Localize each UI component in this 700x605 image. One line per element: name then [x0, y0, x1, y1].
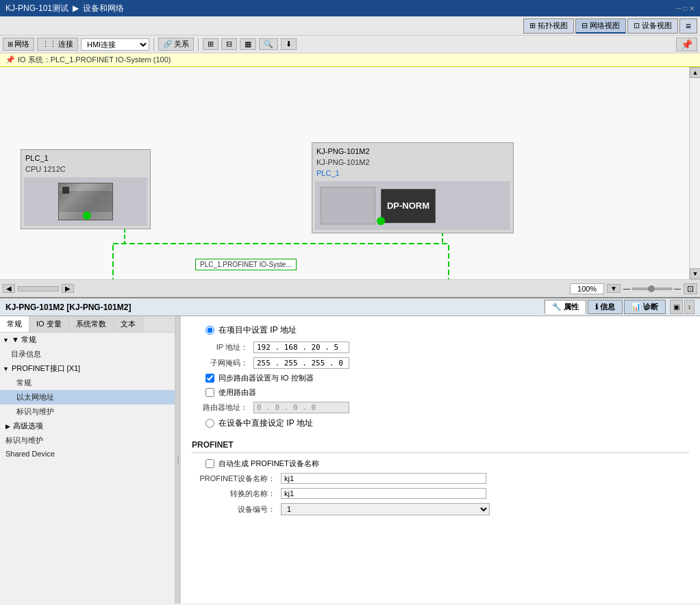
tab-io[interactable]: IO 变量: [29, 316, 69, 332]
remote-link[interactable]: PLC_1: [315, 168, 510, 179]
topology-view-btn[interactable]: ⊞ 拓扑视图: [523, 18, 574, 34]
fit-btn[interactable]: ⊡: [684, 283, 697, 294]
ip-input[interactable]: [253, 342, 349, 353]
router-label: 路由器地址：: [192, 402, 253, 413]
title-separator: ▶: [73, 3, 79, 13]
ip-label: IP 地址：: [192, 342, 253, 352]
tab-info[interactable]: ℹ 信息: [588, 300, 623, 314]
props-tabs: 🔧 属性 ℹ 信息 📊 诊断 ▣ ↕: [545, 300, 695, 314]
router-row: 路由器地址：: [192, 402, 689, 413]
hmi-select[interactable]: HMI连接: [81, 38, 149, 51]
device-view-btn[interactable]: ⊡ 设备视图: [627, 18, 678, 34]
sync-router-row: 同步路由器设置与 IO 控制器: [192, 373, 689, 383]
network-view-btn[interactable]: ⊟ 网络视图: [575, 18, 626, 34]
ip-row: IP 地址：: [192, 342, 689, 353]
zoom-input[interactable]: 100%: [570, 283, 604, 294]
tool3-btn[interactable]: ▦: [240, 38, 256, 50]
h-scrollbar[interactable]: [18, 286, 59, 292]
view-buttons: ⊞ 拓扑视图 ⊟ 网络视图 ⊡ 设备视图 ≡: [523, 18, 697, 34]
device-name-input[interactable]: [281, 473, 486, 484]
tab-diagnostics[interactable]: 📊 诊断: [624, 300, 666, 314]
remote-green-dot: [377, 217, 385, 225]
scroll-left-btn[interactable]: ◀: [3, 284, 15, 293]
scroll-down-btn[interactable]: ▼: [690, 268, 700, 279]
radio-project[interactable]: [205, 326, 214, 335]
pin-icon: 📌: [5, 55, 15, 64]
tab-normal[interactable]: 常规: [0, 316, 29, 332]
subnet-label: 子网掩码：: [192, 358, 253, 368]
left-nav: 常规 IO 变量 系统常数 文本 ▼ ▼ 常规 目录信息 ▼ PROFINET接…: [0, 316, 175, 604]
router-input[interactable]: [253, 402, 349, 413]
zoom-dropdown-btn[interactable]: ▼: [607, 284, 621, 293]
radio-project-label: 在项目中设置 IP 地址: [218, 324, 297, 336]
props-content: 常规 IO 变量 系统常数 文本 ▼ ▼ 常规 目录信息 ▼ PROFINET接…: [0, 316, 700, 604]
project-name: KJ-PNG-101测试: [5, 3, 68, 14]
props-panel-btn2[interactable]: ↕: [684, 300, 695, 314]
radio-device-row: 在设备中直接设定 IP 地址: [192, 417, 689, 429]
arrow-down-icon2: ▼: [3, 365, 9, 372]
radio-device[interactable]: [205, 419, 214, 428]
device-icon: ⊡: [634, 21, 640, 30]
remote-device[interactable]: KJ-PNG-101M2 KJ-PNG-101M2 PLC_1 DP-NORM: [312, 142, 514, 233]
tab-properties[interactable]: 🔧 属性: [545, 300, 586, 314]
info-label: 信息: [600, 302, 615, 312]
pin-btn[interactable]: 📌: [676, 38, 697, 51]
tool2-btn[interactable]: ⊟: [221, 38, 237, 50]
remote-name: KJ-PNG-101M2: [315, 146, 510, 157]
nav-profinet-normal[interactable]: 常规: [0, 376, 175, 390]
nav-id-maintain[interactable]: 标识与维护: [0, 404, 175, 419]
nav-dir-info[interactable]: 目录信息: [0, 347, 175, 361]
link-icon: 🔗: [163, 40, 173, 49]
second-toolbar: ⊞ 网络 ⋮⋮ 连接 HMI连接 🔗 关系 ⊞ ⊟ ▦ 🔍 ⬇ 📌: [0, 36, 700, 53]
nav-shared-device[interactable]: Shared Device: [0, 448, 175, 460]
auto-name-row: 自动生成 PROFINET设备名称: [192, 459, 689, 469]
nav-advanced-group[interactable]: ▶ 高级选项: [0, 419, 175, 433]
profinet-label-box: PLC_1.PROFINET IO-Syste...: [195, 259, 297, 270]
relation-label: 关系: [174, 39, 189, 49]
zoom-slider[interactable]: — —: [623, 285, 681, 292]
zoom-btn[interactable]: 🔍: [259, 38, 278, 50]
resize-handle[interactable]: [175, 316, 181, 604]
tab-text[interactable]: 文本: [114, 316, 143, 332]
network-btn[interactable]: ⊞ 网络: [3, 38, 34, 51]
nav-tabs: 常规 IO 变量 系统常数 文本: [0, 316, 175, 333]
nav-ethernet-addr[interactable]: 以太网地址: [0, 390, 175, 404]
device-label: 设备视图: [642, 21, 672, 31]
network-btn-label: 网络: [14, 39, 29, 49]
plc-model: CPU 1212C: [24, 164, 147, 175]
device-number-select[interactable]: 1: [281, 503, 490, 515]
props-panel-btn1[interactable]: ▣: [670, 300, 683, 314]
network-canvas: PLC_1 CPU 1212C KJ-PNG-101M2 KJ-PNG-101M…: [0, 67, 700, 279]
converted-name-input[interactable]: [281, 488, 486, 499]
nav-normal-group[interactable]: ▼ ▼ 常规: [0, 333, 175, 347]
tab-system[interactable]: 系统常数: [69, 316, 114, 332]
io-system-bar: 📌 IO 系统：PLC_1.PROFINET IO-System (100): [0, 53, 700, 67]
profinet-section: PROFINET 自动生成 PROFINET设备名称 PROFINET设备名称：…: [192, 440, 689, 515]
connect-btn[interactable]: ⋮⋮ 连接: [37, 38, 78, 51]
network-icon: ⊟: [582, 21, 588, 30]
nav-id-maintain2[interactable]: 标识与维护: [0, 433, 175, 448]
dp-norm-box: DP-NORM: [381, 189, 436, 223]
sync-router-label: 同步路由器设置与 IO 控制器: [218, 373, 314, 383]
plc-device[interactable]: PLC_1 CPU 1212C: [21, 149, 151, 229]
section-name: 设备和网络: [83, 3, 124, 14]
network-icon2: ⊞: [8, 40, 13, 48]
use-router-row: 使用路由器: [192, 387, 689, 398]
extra-btn[interactable]: ≡: [679, 18, 697, 34]
scroll-up-btn[interactable]: ▲: [690, 67, 700, 78]
title-bar: KJ-PNG-101测试 ▶ 设备和网络 ─ □ ✕: [0, 0, 700, 16]
tool4-btn[interactable]: ⬇: [281, 38, 297, 50]
sync-router-checkbox[interactable]: [205, 374, 214, 383]
device-name-row: PROFINET设备名称：: [192, 473, 689, 484]
nav-profinet-group[interactable]: ▼ PROFINET接口 [X1]: [0, 361, 175, 376]
use-router-checkbox[interactable]: [205, 388, 214, 397]
scroll-right-btn[interactable]: ▶: [62, 284, 74, 293]
relation-btn[interactable]: 🔗 关系: [158, 38, 194, 51]
converted-name-row: 转换的名称：: [192, 488, 689, 499]
auto-name-checkbox[interactable]: [205, 459, 214, 468]
properties-icon: 🔧: [552, 302, 562, 311]
tool1-btn[interactable]: ⊞: [203, 38, 218, 50]
resize-dots: [177, 456, 179, 463]
topology-label: 拓扑视图: [538, 21, 568, 31]
subnet-input[interactable]: [253, 357, 349, 369]
